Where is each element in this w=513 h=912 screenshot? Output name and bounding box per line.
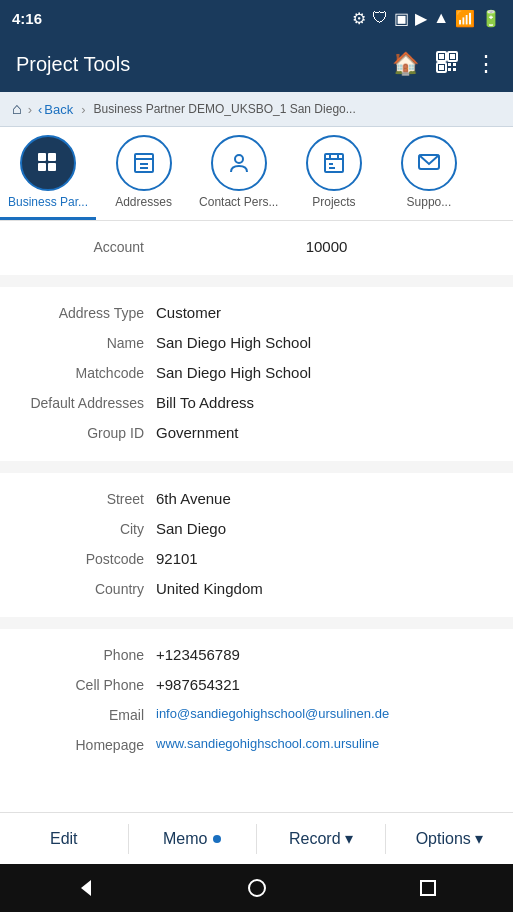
svg-marker-26 bbox=[81, 880, 91, 896]
svg-rect-5 bbox=[439, 65, 444, 70]
sim-icon: ▣ bbox=[394, 9, 409, 28]
status-bar: 4:16 ⚙ 🛡 ▣ ▶ ▲ 📶 🔋 bbox=[0, 0, 513, 36]
record-label: Record bbox=[289, 830, 341, 848]
wifi-icon: ▲ bbox=[433, 9, 449, 27]
app-bar: Project Tools 🏠 ⋮ bbox=[0, 36, 513, 92]
memo-button[interactable]: Memo bbox=[129, 813, 257, 864]
recents-nav-button[interactable] bbox=[398, 864, 458, 912]
account-section: Account 10000 bbox=[0, 221, 513, 275]
cell-phone-row: Cell Phone +987654321 bbox=[16, 671, 497, 701]
svg-rect-6 bbox=[448, 63, 451, 66]
app-bar-actions: 🏠 ⋮ bbox=[392, 50, 497, 79]
options-chevron-icon: ▾ bbox=[475, 829, 483, 848]
cell-phone-value: +987654321 bbox=[156, 676, 497, 693]
homepage-label: Homepage bbox=[16, 736, 156, 753]
business-par-icon bbox=[20, 135, 76, 191]
tab-addresses[interactable]: Addresses bbox=[96, 135, 191, 220]
street-row: Street 6th Avenue bbox=[16, 485, 497, 515]
svg-rect-11 bbox=[48, 153, 56, 161]
tab-contact-pers[interactable]: Contact Pers... bbox=[191, 135, 286, 220]
options-button[interactable]: Options ▾ bbox=[386, 813, 514, 864]
memo-indicator bbox=[213, 835, 221, 843]
matchcode-label: Matchcode bbox=[16, 364, 156, 381]
back-chevron-icon: ‹ bbox=[38, 102, 42, 117]
city-row: City San Diego bbox=[16, 515, 497, 545]
group-id-value: Government bbox=[156, 424, 497, 441]
memo-label: Memo bbox=[163, 830, 207, 848]
qr-icon[interactable] bbox=[435, 50, 459, 79]
record-chevron-icon: ▾ bbox=[345, 829, 353, 848]
settings-icon: ⚙ bbox=[352, 9, 366, 28]
back-nav-button[interactable] bbox=[56, 864, 116, 912]
svg-rect-13 bbox=[48, 163, 56, 171]
default-addresses-row: Default Addresses Bill To Address bbox=[16, 389, 497, 419]
svg-rect-10 bbox=[38, 153, 46, 161]
account-label: Account bbox=[16, 238, 156, 255]
breadcrumb-separator: › bbox=[28, 102, 32, 117]
addresses-icon bbox=[116, 135, 172, 191]
tab-support[interactable]: Suppo... bbox=[381, 135, 476, 220]
home-nav-button[interactable] bbox=[227, 864, 287, 912]
postcode-row: Postcode 92101 bbox=[16, 545, 497, 575]
status-time: 4:16 bbox=[12, 10, 42, 27]
back-label: Back bbox=[44, 102, 73, 117]
matchcode-value: San Diego High School bbox=[156, 364, 497, 381]
account-value: 10000 bbox=[156, 238, 497, 255]
tab-projects[interactable]: Projects bbox=[286, 135, 381, 220]
name-value: San Diego High School bbox=[156, 334, 497, 351]
support-icon bbox=[401, 135, 457, 191]
tab-business-par-label: Business Par... bbox=[8, 195, 88, 209]
menu-icon[interactable]: ⋮ bbox=[475, 51, 497, 77]
content-area: Account 10000 Address Type Customer Name… bbox=[0, 221, 513, 881]
projects-icon bbox=[306, 135, 362, 191]
home-icon[interactable]: 🏠 bbox=[392, 51, 419, 77]
location-section: Street 6th Avenue City San Diego Postcod… bbox=[0, 473, 513, 617]
country-row: Country United Kingdom bbox=[16, 575, 497, 605]
svg-point-27 bbox=[249, 880, 265, 896]
edit-button[interactable]: Edit bbox=[0, 813, 128, 864]
breadcrumb-current-path: Business Partner DEMO_UKSBO_1 San Diego.… bbox=[94, 102, 356, 116]
address-type-label: Address Type bbox=[16, 304, 156, 321]
default-addresses-value: Bill To Address bbox=[156, 394, 497, 411]
status-icons: ⚙ 🛡 ▣ ▶ ▲ 📶 🔋 bbox=[352, 9, 501, 28]
breadcrumb-separator2: › bbox=[81, 102, 85, 117]
group-id-label: Group ID bbox=[16, 424, 156, 441]
default-addresses-label: Default Addresses bbox=[16, 394, 156, 411]
phone-label: Phone bbox=[16, 646, 156, 663]
divider-2 bbox=[0, 461, 513, 473]
svg-rect-7 bbox=[453, 63, 456, 66]
tab-addresses-label: Addresses bbox=[115, 195, 172, 209]
tab-contact-pers-label: Contact Pers... bbox=[199, 195, 278, 209]
postcode-value: 92101 bbox=[156, 550, 497, 567]
tab-projects-label: Projects bbox=[312, 195, 355, 209]
divider-3 bbox=[0, 617, 513, 629]
svg-rect-3 bbox=[450, 54, 455, 59]
svg-rect-12 bbox=[38, 163, 46, 171]
record-button[interactable]: Record ▾ bbox=[257, 813, 385, 864]
phone-row: Phone +123456789 bbox=[16, 641, 497, 671]
options-label: Options bbox=[416, 830, 471, 848]
svg-rect-8 bbox=[448, 68, 451, 71]
phone-value: +123456789 bbox=[156, 646, 497, 663]
city-label: City bbox=[16, 520, 156, 537]
signal-icon: 📶 bbox=[455, 9, 475, 28]
breadcrumb-home-icon[interactable]: ⌂ bbox=[12, 100, 22, 118]
email-value: info@sandiegohighschool@ursulinen.de bbox=[156, 706, 497, 721]
address-type-row: Address Type Customer bbox=[16, 299, 497, 329]
address-type-value: Customer bbox=[156, 304, 497, 321]
cell-phone-label: Cell Phone bbox=[16, 676, 156, 693]
address-info-section: Address Type Customer Name San Diego Hig… bbox=[0, 287, 513, 461]
name-row: Name San Diego High School bbox=[16, 329, 497, 359]
homepage-row: Homepage www.sandiegohighschool.com.ursu… bbox=[16, 731, 497, 761]
tab-business-par[interactable]: Business Par... bbox=[0, 135, 96, 220]
contact-pers-icon bbox=[211, 135, 267, 191]
breadcrumb-back-button[interactable]: ‹ Back bbox=[38, 102, 73, 117]
svg-rect-19 bbox=[325, 154, 343, 172]
edit-label: Edit bbox=[50, 830, 78, 848]
homepage-value: www.sandiegohighschool.com.ursuline bbox=[156, 736, 497, 751]
postcode-label: Postcode bbox=[16, 550, 156, 567]
app-title: Project Tools bbox=[16, 53, 130, 76]
group-id-row: Group ID Government bbox=[16, 419, 497, 449]
email-label: Email bbox=[16, 706, 156, 723]
country-label: Country bbox=[16, 580, 156, 597]
